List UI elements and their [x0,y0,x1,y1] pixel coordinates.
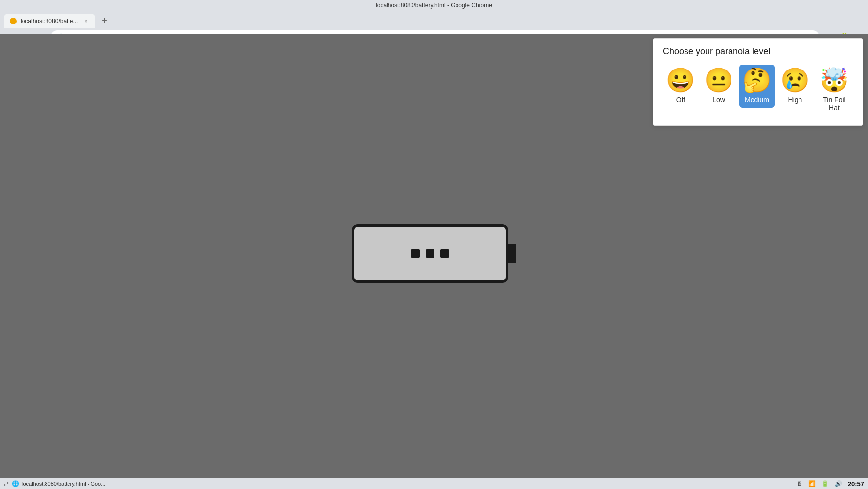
tab-close-button[interactable]: × [82,17,90,25]
paranoia-label-off: Off [676,96,685,104]
title-bar: localhost:8080/battery.html - Google Chr… [0,0,868,11]
paranoia-panel: Choose your paranoia level 😀 Off 😐 Low 🤔… [653,38,863,126]
battery-body [352,224,508,283]
paranoia-label-high: High [788,96,802,104]
battery-dot-2 [426,249,434,258]
main-content: Choose your paranoia level 😀 Off 😐 Low 🤔… [0,34,868,478]
status-battery-icon: 🔋 [822,480,829,487]
status-nav-icon: ⇄ [4,480,9,487]
paranoia-emoji-medium: 🤔 [742,69,772,92]
status-right: 🖥 📶 🔋 🔊 20:57 [797,480,864,488]
paranoia-label-tinfoil: Tin Foil Hat [820,96,849,112]
paranoia-options: 😀 Off 😐 Low 🤔 Medium 😢 High 🤯 Tin Foil H… [663,65,853,116]
paranoia-emoji-off: 😀 [666,69,695,92]
paranoia-emoji-high: 😢 [780,69,810,92]
status-wifi-icon: 📶 [808,480,816,487]
status-chrome-icon: 🌐 [12,480,19,487]
battery-dot-3 [440,249,449,258]
paranoia-emoji-tinfoil: 🤯 [820,69,849,92]
paranoia-emoji-low: 😐 [704,69,733,92]
battery-container [352,224,516,283]
new-tab-button[interactable]: + [97,14,111,27]
browser-frame: localhost:8080/battery.html - Google Chr… [0,0,868,34]
active-tab[interactable]: localhost:8080/batte... × [4,14,95,28]
battery-tip [507,244,516,263]
paranoia-label-medium: Medium [745,96,769,104]
paranoia-title: Choose your paranoia level [663,47,853,57]
window-title: localhost:8080/battery.html - Google Chr… [376,2,492,9]
tab-favicon [10,18,17,24]
paranoia-option-high[interactable]: 😢 High [777,65,813,108]
paranoia-option-off[interactable]: 😀 Off [663,65,698,108]
tab-bar: localhost:8080/batte... × + [0,11,868,28]
paranoia-option-low[interactable]: 😐 Low [701,65,736,108]
status-monitor-icon: 🖥 [797,480,802,487]
status-bar: ⇄ 🌐 localhost:8080/battery.html - Goo...… [0,478,868,489]
battery-dots [411,249,449,258]
battery-dot-1 [411,249,420,258]
paranoia-label-low: Low [712,96,725,104]
paranoia-option-medium[interactable]: 🤔 Medium [739,65,775,108]
status-url: localhost:8080/battery.html - Goo... [22,481,105,487]
clock: 20:57 [848,480,864,488]
tab-title: localhost:8080/batte... [21,18,78,24]
paranoia-option-tinfoil[interactable]: 🤯 Tin Foil Hat [816,65,853,116]
status-sound-icon: 🔊 [835,480,842,487]
status-left: ⇄ 🌐 localhost:8080/battery.html - Goo... [4,480,105,487]
